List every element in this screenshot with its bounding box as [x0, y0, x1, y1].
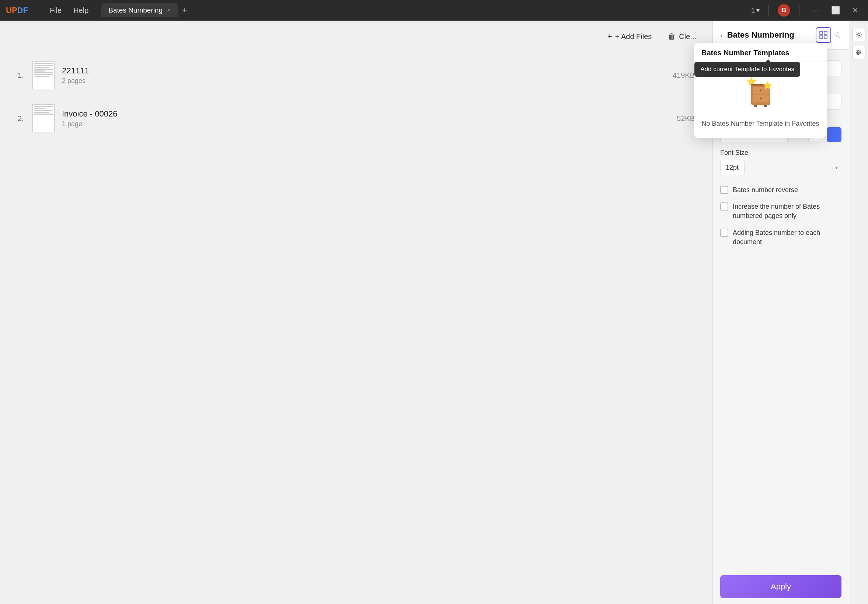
tooltip-text: Add current Template to Favorites [700, 66, 794, 73]
table-row[interactable]: 2. Invoice - 00026 1 page 52KB [12, 97, 701, 140]
version-badge: 1 ▾ [751, 6, 760, 14]
side-icons-bar [849, 21, 868, 604]
titlebar-divider [40, 5, 40, 16]
tab-close-icon[interactable]: × [167, 7, 170, 14]
svg-point-10 [760, 97, 762, 99]
favorites-popup-header: Bates Number Templates [694, 43, 827, 62]
adding-bates-checkbox[interactable] [720, 228, 728, 237]
logo-up: UP [6, 6, 17, 15]
favorites-empty-text: No Bates Number Template in Favorites [702, 120, 819, 127]
file-pages: 2 pages [62, 77, 673, 85]
svg-rect-1 [824, 31, 827, 34]
star-button[interactable]: ☆ [834, 30, 842, 40]
panel-title: Bates Numbering [727, 30, 811, 40]
file-thumbnail [33, 61, 54, 89]
close-window-button[interactable]: ✕ [848, 5, 862, 16]
minimize-button[interactable]: — [808, 5, 823, 16]
file-toolbar: + + Add Files 🗑 Cle... [12, 30, 701, 43]
file-pages: 1 page [62, 120, 677, 128]
right-panel: ‹ Bates Numbering ☆ Prefix [713, 21, 849, 604]
adding-bates-row: Adding Bates number to each document [720, 225, 842, 250]
template-favorites-button[interactable] [816, 27, 831, 43]
svg-point-8 [760, 89, 762, 92]
side-icon-1[interactable] [852, 28, 865, 41]
file-size: 52KB [677, 114, 695, 123]
chevron-down-icon: ▾ [835, 165, 838, 170]
svg-point-20 [857, 53, 859, 54]
file-info: 221111 2 pages [62, 66, 673, 85]
logo-text: UPDF [6, 6, 28, 15]
add-files-icon: + [608, 32, 612, 41]
add-tab-button[interactable]: + [179, 4, 190, 17]
increase-pages-row: Increase the number of Bates numbered pa… [720, 199, 842, 224]
maximize-button[interactable]: ⬜ [828, 5, 844, 16]
app-logo: UPDF [6, 6, 28, 15]
add-files-label: + Add Files [615, 33, 652, 41]
svg-rect-11 [754, 105, 757, 107]
titlebar-divider2 [769, 5, 769, 16]
menu-bar: File Help [45, 4, 94, 17]
titlebar: UPDF File Help Bates Numbering × + 1 ▾ B… [0, 0, 868, 21]
left-panel: + + Add Files 🗑 Cle... 1. [0, 21, 713, 604]
table-row[interactable]: 1. 221111 2 pages 419KB [12, 54, 701, 97]
file-thumbnail [33, 104, 54, 132]
favorites-empty-icon: ⭐ ⭐ [744, 74, 777, 114]
menu-file[interactable]: File [45, 4, 67, 17]
svg-rect-0 [820, 31, 823, 34]
file-name: 221111 [62, 66, 673, 76]
tab-bates-numbering[interactable]: Bates Numbering × [101, 3, 178, 17]
titlebar-divider3 [799, 5, 800, 16]
file-size: 419KB [673, 71, 695, 80]
svg-rect-3 [824, 36, 827, 39]
font-size-label: Font Size [720, 149, 842, 157]
svg-rect-2 [820, 36, 823, 39]
tabs-area: Bates Numbering × + [101, 3, 751, 17]
apply-button[interactable]: Apply [720, 575, 842, 598]
main-area: + + Add Files 🗑 Cle... 1. [0, 21, 868, 604]
user-avatar[interactable]: B [778, 4, 790, 17]
svg-point-19 [859, 51, 861, 53]
font-size-group: Font Size 12pt 10pt 14pt 16pt ▾ [720, 149, 842, 175]
file-list: 1. 221111 2 pages 419KB [12, 54, 701, 140]
svg-rect-12 [764, 105, 767, 107]
adding-bates-label: Adding Bates number to each document [733, 228, 842, 247]
file-number: 1. [18, 71, 33, 80]
menu-help[interactable]: Help [68, 4, 94, 17]
bates-reverse-checkbox[interactable] [720, 186, 728, 194]
trash-icon: 🗑 [668, 32, 676, 41]
svg-text:⭐: ⭐ [763, 81, 772, 90]
side-icon-2[interactable] [852, 46, 865, 59]
clear-label: Cle... [679, 33, 696, 41]
filing-cabinet-illustration: ⭐ ⭐ [744, 74, 777, 107]
sliders-icon [856, 49, 862, 56]
svg-point-18 [857, 50, 859, 51]
tooltip-popup: Add current Template to Favorites [694, 62, 800, 77]
add-files-button[interactable]: + + Add Files [603, 30, 656, 43]
favorites-popup: Add current Template to Favorites Bates … [694, 43, 827, 138]
increase-pages-checkbox[interactable] [720, 202, 728, 211]
font-size-select-wrapper: 12pt 10pt 14pt 16pt ▾ [720, 160, 842, 175]
panel-header-actions: ☆ [816, 27, 842, 43]
template-icon [819, 31, 828, 39]
bates-reverse-label: Bates number reverse [733, 185, 798, 195]
color-picker-button[interactable] [827, 127, 842, 142]
back-button[interactable]: ‹ [720, 31, 723, 39]
clear-button[interactable]: 🗑 Cle... [663, 30, 701, 43]
file-name: Invoice - 00026 [62, 109, 677, 119]
settings-icon [856, 31, 862, 38]
bates-reverse-row: Bates number reverse [720, 182, 842, 199]
favorites-popup-title: Bates Number Templates [701, 49, 789, 57]
file-info: Invoice - 00026 1 page [62, 109, 677, 128]
tab-label: Bates Numbering [108, 6, 163, 14]
logo-df: DF [17, 6, 28, 15]
svg-point-14 [858, 34, 860, 36]
titlebar-right: 1 ▾ B — ⬜ ✕ [751, 4, 862, 17]
increase-pages-label: Increase the number of Bates numbered pa… [733, 202, 842, 220]
file-number: 2. [18, 114, 33, 123]
font-size-select[interactable]: 12pt 10pt 14pt 16pt [720, 160, 744, 175]
